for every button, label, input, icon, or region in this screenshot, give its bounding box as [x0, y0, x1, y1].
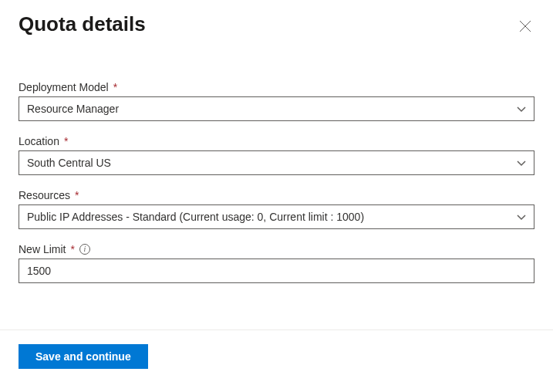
resources-dropdown[interactable]: Public IP Addresses - Standard (Current …: [19, 204, 534, 229]
field-location: Location * South Central US: [19, 135, 534, 175]
field-new-limit: New Limit * i: [19, 243, 534, 283]
location-dropdown[interactable]: South Central US: [19, 150, 534, 175]
panel-footer: Save and continue: [0, 344, 553, 369]
location-label: Location *: [19, 135, 534, 147]
divider: [0, 329, 553, 330]
field-resources: Resources * Public IP Addresses - Standa…: [19, 189, 534, 229]
resources-value: Public IP Addresses - Standard (Current …: [27, 211, 364, 223]
panel-header: Quota details: [19, 12, 534, 38]
chevron-down-icon: [517, 103, 526, 115]
close-icon: [519, 20, 531, 35]
required-indicator: *: [113, 81, 117, 93]
panel-title: Quota details: [19, 12, 146, 36]
deployment-model-label: Deployment Model *: [19, 81, 534, 93]
chevron-down-icon: [517, 157, 526, 169]
info-icon[interactable]: i: [79, 244, 90, 255]
deployment-model-dropdown[interactable]: Resource Manager: [19, 96, 534, 121]
chevron-down-icon: [517, 211, 526, 223]
new-limit-input[interactable]: [19, 259, 534, 283]
resources-label: Resources *: [19, 189, 534, 201]
field-deployment-model: Deployment Model * Resource Manager: [19, 81, 534, 121]
new-limit-label: New Limit * i: [19, 243, 534, 255]
required-indicator: *: [70, 243, 74, 255]
deployment-model-value: Resource Manager: [27, 103, 119, 115]
required-indicator: *: [64, 135, 68, 147]
location-value: South Central US: [27, 157, 111, 169]
close-button[interactable]: [516, 17, 534, 38]
required-indicator: *: [75, 189, 79, 201]
save-continue-button[interactable]: Save and continue: [19, 344, 148, 369]
